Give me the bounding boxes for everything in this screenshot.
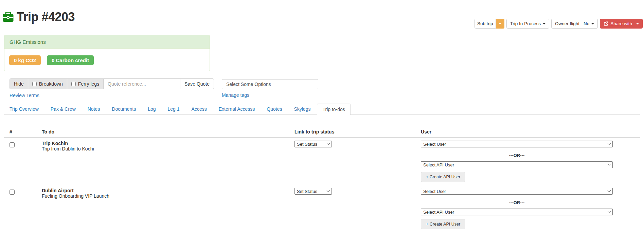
tab-trip-to-dos[interactable]: Trip to-dos [317,104,350,115]
select-user-value: Select User [423,142,446,147]
set-status-value: Set Status [297,189,317,194]
ferry-legs-checkbox[interactable] [71,82,76,86]
caret-down-icon [543,23,545,24]
user-assignment: Select User ---OR--- Select API User + C… [421,141,613,182]
or-separator: ---OR--- [421,200,613,205]
tab-documents[interactable]: Documents [106,103,141,114]
trip-actions: Sub trip Trip In Process Owner flight - … [475,19,643,29]
tab-skylegs[interactable]: Skylegs [288,103,316,114]
share-with-dropdown[interactable]: Share with [600,19,643,29]
trip-title: Trip #4203 [17,10,75,24]
quote-toolbar: Hide Breakdown Ferry legs Save Quote [10,78,214,89]
tab-external-access[interactable]: External Accesss [213,103,261,114]
table-row: Dublin Airport Fueling Onboarding VIP La… [4,185,640,232]
caret-down-icon [499,23,501,24]
select-api-user-value: Select API User [423,162,454,167]
caret-down-icon [636,23,639,24]
co2-badge: 0 kg CO2 [9,55,41,65]
sub-trip-button[interactable]: Sub trip [475,19,496,29]
chevron-down-icon [608,162,611,165]
or-separator: ---OR--- [421,153,613,158]
quote-reference-input[interactable] [103,78,180,89]
chevron-down-icon [608,209,611,213]
column-header-user: User [421,129,640,138]
todo-title: Dublin Airport [42,188,292,193]
ferry-legs-label: Ferry legs [78,81,99,87]
tab-quotes[interactable]: Quotes [261,103,287,114]
carbon-credit-badge: 0 Carbon credit [47,55,94,65]
breakdown-toggle[interactable]: Breakdown [28,78,67,89]
trip-status-dropdown[interactable]: Trip In Process [506,19,549,29]
caret-down-icon [591,23,594,24]
briefcase-icon [3,12,14,22]
tab-notes[interactable]: Notes [82,103,106,114]
page: Trip #4203 Sub trip Trip In Process Owne… [0,0,644,232]
ghg-panel-body: 0 kg CO2 0 Carbon credit [4,49,210,72]
chevron-down-icon [608,141,611,145]
set-status-value: Set Status [297,142,317,147]
tab-access[interactable]: Access [186,103,212,114]
trip-status-label: Trip In Process [510,21,541,26]
top-divider [0,3,644,3]
owner-flight-label: Owner flight - No [555,21,589,26]
tags-multiselect[interactable]: Select Some Options [222,79,318,89]
create-api-user-button[interactable]: + Create API User [421,219,465,229]
manage-tags-link[interactable]: Manage tags [222,92,249,98]
column-header-status: Link to trip status [294,129,421,138]
review-terms-link[interactable]: Review Terms [10,93,39,98]
ghg-panel-header: GHG Emissions [4,35,210,49]
sub-trip-split-button: Sub trip [475,19,504,29]
tab-trip-overview[interactable]: Trip Overview [4,103,44,114]
user-assignment: Select User ---OR--- Select API User + C… [421,188,613,229]
column-header-todo: To do [42,129,294,138]
chevron-down-icon [327,189,330,192]
share-with-label: Share with [610,21,632,26]
tab-pax-crew[interactable]: Pax & Crew [45,103,81,114]
todo-description: Trip from Dublin to Kochi [42,146,292,151]
tab-log[interactable]: Log [142,103,161,114]
ghg-emissions-panel: GHG Emissions 0 kg CO2 0 Carbon credit [4,35,210,71]
select-api-user-dropdown[interactable]: Select API User [421,161,613,168]
hide-button[interactable]: Hide [10,78,28,89]
owner-flight-dropdown[interactable]: Owner flight - No [551,19,598,29]
create-api-user-button[interactable]: + Create API User [421,172,465,182]
ferry-legs-toggle[interactable]: Ferry legs [67,78,104,89]
breakdown-checkbox[interactable] [32,82,37,86]
select-api-user-dropdown[interactable]: Select API User [421,209,613,215]
todo-description: Fueling Onboarding VIP Launch [42,193,292,199]
select-user-dropdown[interactable]: Select User [421,188,613,195]
tab-leg-1[interactable]: Leg 1 [162,103,185,114]
share-icon [604,21,608,26]
select-user-value: Select User [423,189,446,194]
row-select-checkbox[interactable] [10,142,15,147]
set-status-dropdown[interactable]: Set Status [294,188,332,195]
chevron-down-icon [327,141,330,145]
save-quote-button[interactable]: Save Quote [180,78,214,89]
trip-tabs: Trip Overview Pax & Crew Notes Documents… [4,103,640,115]
select-api-user-value: Select API User [423,210,454,215]
table-header-row: # To do Link to trip status User [4,129,640,138]
table-row: Trip Kochin Trip from Dublin to Kochi Se… [4,138,640,185]
breakdown-label: Breakdown [39,81,63,87]
sub-trip-dropdown-toggle[interactable] [496,19,504,29]
chevron-down-icon [608,189,611,192]
set-status-dropdown[interactable]: Set Status [294,141,332,147]
column-header-num: # [4,129,42,138]
row-select-checkbox[interactable] [10,190,15,195]
todo-table: # To do Link to trip status User Trip Ko… [4,129,640,232]
select-user-dropdown[interactable]: Select User [421,141,613,147]
todo-title: Trip Kochin [42,141,292,146]
page-title: Trip #4203 [3,10,75,24]
